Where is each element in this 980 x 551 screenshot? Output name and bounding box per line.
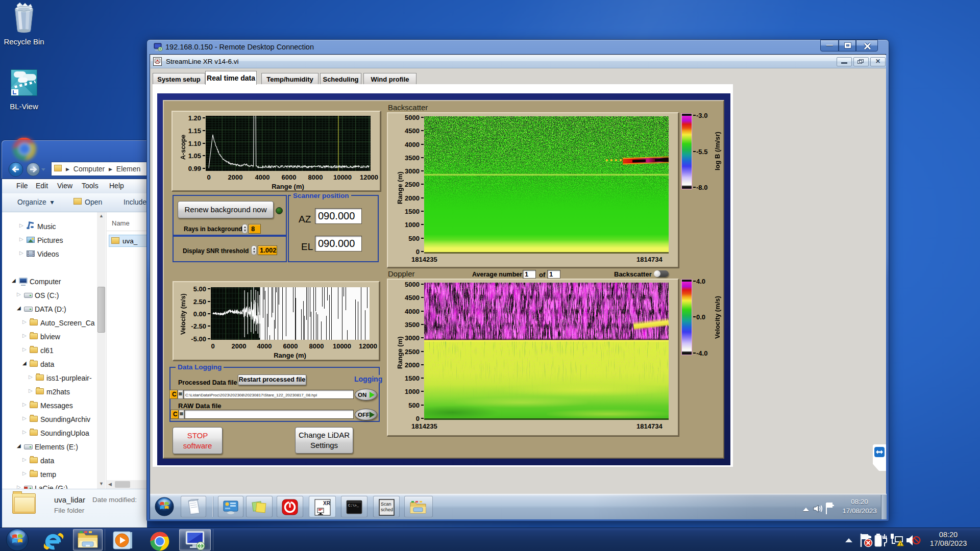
svg-text:XR: XR [323, 500, 331, 506]
svg-text:!: ! [900, 542, 901, 546]
svg-text:sched: sched [381, 507, 393, 512]
svg-text:Scan: Scan [381, 502, 391, 507]
svg-text:C:\>_: C:\>_ [348, 504, 359, 508]
